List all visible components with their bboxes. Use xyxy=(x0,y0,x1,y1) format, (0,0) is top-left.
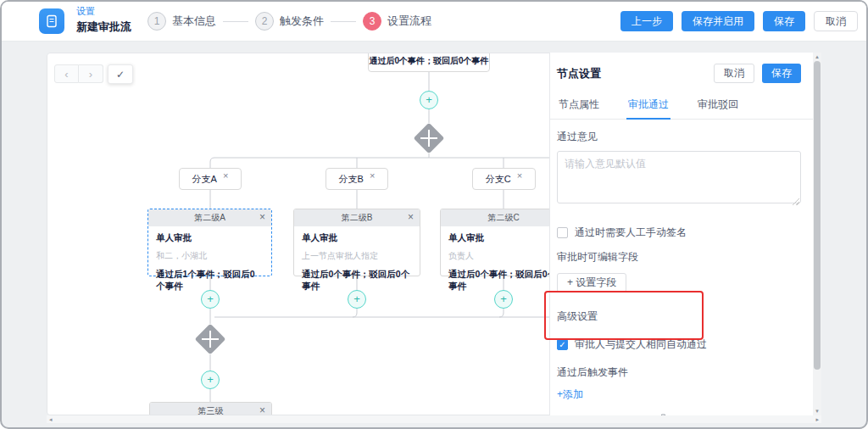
event-summary: 通过后0个事件；驳回后0个事件 xyxy=(302,269,412,292)
header-titles: 设置 新建审批流 xyxy=(76,7,131,32)
third-level-node[interactable]: 第三级 × xyxy=(149,402,272,415)
branch-label: 分支A xyxy=(192,173,217,186)
add-node-button[interactable]: + xyxy=(420,91,438,109)
step-1-circle: 1 xyxy=(147,12,166,31)
panel-save-button[interactable]: 保存 xyxy=(762,64,801,83)
close-icon[interactable]: × xyxy=(259,211,265,223)
branch-node-a[interactable]: 分支A × xyxy=(179,168,242,190)
approval-card-a[interactable]: 第二级A × 单人审批 和二，小湖北 通过后1个事件；驳回后0个事件 xyxy=(147,209,272,276)
scroll-down-arrow-icon[interactable]: ▼ xyxy=(813,409,821,414)
step-1-label: 基本信息 xyxy=(172,14,216,29)
card-body: 单人审批 上一节点审批人指定 通过后0个事件；驳回后0个事件 xyxy=(294,226,420,292)
event-summary: 通过后1个事件；驳回后0个事件 xyxy=(156,269,264,292)
branch-node-b[interactable]: 分支B × xyxy=(326,168,388,190)
set-fields-button[interactable]: + 设置字段 xyxy=(557,273,626,292)
undo-button[interactable]: ‹ xyxy=(54,64,79,83)
editable-fields-label: 审批时可编辑字段 xyxy=(557,250,801,265)
page-title: 新建审批流 xyxy=(76,21,131,32)
validate-button[interactable]: ✓ xyxy=(108,64,133,84)
auto-pass-checkbox[interactable]: ✓ xyxy=(557,339,568,350)
close-icon[interactable]: × xyxy=(517,170,522,181)
approval-type: 单人审批 xyxy=(302,232,412,244)
trash-icon[interactable] xyxy=(659,412,813,415)
manual-sign-row: 通过时需要人工手动签名 xyxy=(557,226,801,240)
approver-names: 和二，小湖北 xyxy=(156,250,264,262)
panel-scrollbar[interactable]: ▲ ▼ xyxy=(813,53,821,415)
auto-pass-label: 审批人与提交人相同自动通过 xyxy=(575,337,707,352)
scroll-up-arrow-icon[interactable]: ▲ xyxy=(813,54,821,59)
panel-cancel-button[interactable]: 取消 xyxy=(714,64,754,83)
step-2-label: 触发条件 xyxy=(280,14,324,29)
card-header: 第二级A × xyxy=(148,209,271,226)
approver-names: 负责人 xyxy=(448,250,559,262)
card-header: 第二级B × xyxy=(294,209,420,226)
app-window: 设置 新建审批流 1 基本信息 2 触发条件 3 设置流程 上一步 保存并启用 … xyxy=(0,0,868,429)
close-icon[interactable]: × xyxy=(370,170,375,181)
card-body: 单人审批 和二，小湖北 通过后1个事件；驳回后0个事件 xyxy=(148,226,271,292)
step-connector xyxy=(223,21,248,22)
comment-textarea[interactable] xyxy=(557,151,801,203)
scroll-right-arrow-icon[interactable]: ▸ xyxy=(815,416,819,422)
step-3-label: 设置流程 xyxy=(387,14,431,29)
card-header: 第二级C × xyxy=(441,209,566,226)
add-node-button[interactable]: + xyxy=(201,290,220,309)
card-title: 第二级B xyxy=(294,212,420,224)
close-icon[interactable]: × xyxy=(259,404,265,415)
panel-header: 节点设置 取消 保存 xyxy=(550,53,813,83)
comment-field-wrap xyxy=(557,151,801,207)
panel-tabs: 节点属性 审批通过 审批驳回 xyxy=(550,91,813,120)
manual-sign-label: 通过时需要人工手动签名 xyxy=(575,226,687,240)
advanced-settings-label: 高级设置 xyxy=(557,309,801,324)
card-title: 第二级C xyxy=(441,212,566,224)
start-node[interactable]: 通过后0个事件；驳回后0个事件 xyxy=(368,53,490,72)
panel-title: 节点设置 xyxy=(557,66,714,81)
branch-label: 分支C xyxy=(486,173,511,186)
header: 设置 新建审批流 1 基本信息 2 触发条件 3 设置流程 上一步 保存并启用 … xyxy=(2,2,866,42)
app-logo xyxy=(39,8,64,34)
document-icon xyxy=(45,14,58,28)
app-label: 设置 xyxy=(76,7,131,16)
add-node-button[interactable]: + xyxy=(348,290,366,309)
step-3-circle: 3 xyxy=(363,12,381,31)
card-title: 第三级 xyxy=(150,405,271,415)
gateway-cross-icon xyxy=(418,127,440,149)
add-node-button[interactable]: + xyxy=(494,290,513,309)
card-title: 第二级A xyxy=(148,212,271,224)
after-pass-events-label: 通过后触发事件 xyxy=(557,365,801,380)
close-icon[interactable]: × xyxy=(408,211,414,223)
prev-step-button[interactable]: 上一步 xyxy=(620,11,673,31)
approval-type: 单人审批 xyxy=(156,232,264,244)
tab-approval-reject[interactable]: 审批驳回 xyxy=(696,91,740,119)
close-icon[interactable]: × xyxy=(223,170,228,181)
branch-label: 分支B xyxy=(339,173,364,186)
scrollbar-thumb[interactable] xyxy=(814,61,821,370)
tab-approval-pass[interactable]: 审批通过 xyxy=(626,91,670,120)
scroll-left-arrow-icon[interactable]: ◂ xyxy=(49,416,53,422)
header-actions: 上一步 保存并启用 保存 取消 xyxy=(620,11,858,31)
tab-node-properties[interactable]: 节点属性 xyxy=(557,91,601,119)
add-node-button[interactable]: + xyxy=(201,370,220,389)
save-and-enable-button[interactable]: 保存并启用 xyxy=(682,11,754,31)
step-connector xyxy=(331,21,356,22)
step-2-circle: 2 xyxy=(255,12,274,31)
save-button[interactable]: 保存 xyxy=(763,11,805,31)
manual-sign-checkbox[interactable] xyxy=(557,227,568,238)
card-header: 第三级 × xyxy=(150,403,271,415)
approval-card-b[interactable]: 第二级B × 单人审批 上一节点审批人指定 通过后0个事件；驳回后0个事件 xyxy=(293,209,420,276)
branch-node-c[interactable]: 分支C × xyxy=(472,168,536,190)
gateway-cross-icon xyxy=(199,328,221,350)
canvas-horizontal-scrollbar[interactable]: ◂ ▸ xyxy=(47,415,821,423)
comment-label: 通过意见 xyxy=(557,130,801,144)
event-summary: 通过后0个事件；驳回后0个事件 xyxy=(448,269,559,292)
add-event-link[interactable]: +添加 xyxy=(557,387,801,402)
wizard-steps: 1 基本信息 2 触发条件 3 设置流程 xyxy=(147,2,438,41)
node-settings-panel: 节点设置 取消 保存 节点属性 审批通过 审批驳回 通过意见 通过时需要人工手动… xyxy=(549,53,813,415)
approval-card-c[interactable]: 第二级C × 单人审批 负责人 通过后0个事件；驳回后0个事件 xyxy=(440,209,567,276)
auto-pass-row: ✓ 审批人与提交人相同自动通过 xyxy=(557,337,801,352)
card-body: 单人审批 负责人 通过后0个事件；驳回后0个事件 xyxy=(441,226,566,292)
approver-names: 上一节点审批人指定 xyxy=(302,250,412,262)
cancel-button[interactable]: 取消 xyxy=(814,11,858,31)
redo-button[interactable]: › xyxy=(79,64,103,83)
approval-type: 单人审批 xyxy=(448,232,559,244)
canvas-toolbar: ‹ › ✓ xyxy=(54,64,133,84)
